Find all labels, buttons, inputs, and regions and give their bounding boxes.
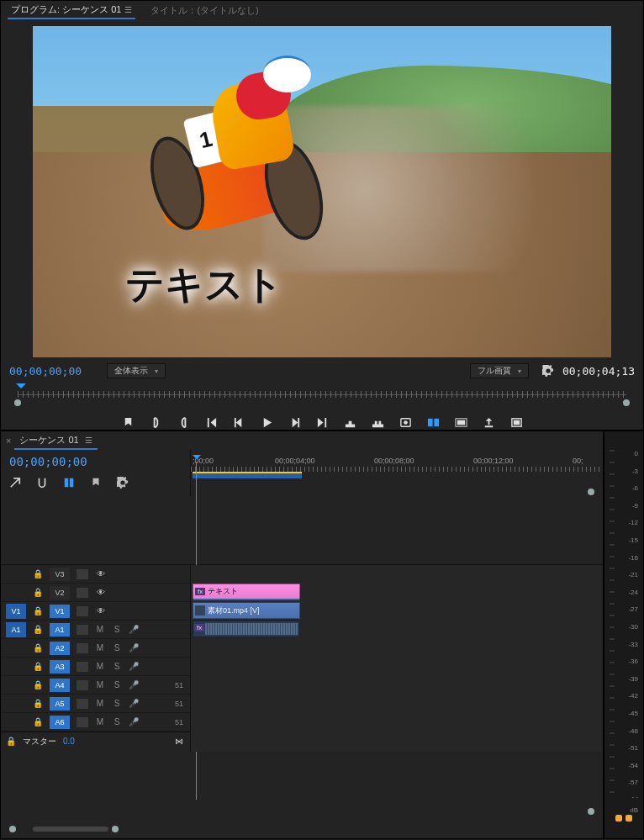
mute-button[interactable]: M xyxy=(95,717,105,726)
export-icon[interactable] xyxy=(483,416,495,431)
work-area-bar[interactable] xyxy=(193,472,302,478)
mute-button[interactable]: M xyxy=(95,662,105,671)
source-patch-v1[interactable]: V1 xyxy=(6,604,26,619)
track-header-a3[interactable]: 🔒 A3 MS🎤 xyxy=(1,658,190,676)
step-back-icon[interactable] xyxy=(233,416,245,431)
lift-icon[interactable] xyxy=(344,416,356,431)
voiceover-icon[interactable]: 🎤 xyxy=(129,717,139,726)
timeline-tab[interactable]: シーケンス 01 ☰ xyxy=(14,432,97,450)
track-header-a1[interactable]: A1 🔒 A1 M S 🎤 xyxy=(1,621,190,639)
track-header-a2[interactable]: 🔒 A2 MS🎤 xyxy=(1,639,190,658)
collapse-icon[interactable]: ⋈ xyxy=(175,737,190,746)
meter-solo-buttons[interactable] xyxy=(604,815,643,822)
track-target-v2[interactable]: V2 xyxy=(50,586,70,600)
lock-icon[interactable]: 🔒 xyxy=(33,680,43,689)
fullscreen-icon[interactable] xyxy=(510,416,523,431)
play-icon[interactable] xyxy=(261,416,273,431)
vertical-scroll-top[interactable] xyxy=(588,489,594,495)
mute-button[interactable]: M xyxy=(95,680,105,689)
eye-icon[interactable]: 👁 xyxy=(95,606,107,615)
clip-video[interactable]: 素材01.mp4 [V] xyxy=(193,602,300,619)
sync-lock-icon[interactable] xyxy=(77,588,88,598)
settings-wrench-icon[interactable] xyxy=(542,365,554,377)
timeline-playhead-icon[interactable] xyxy=(193,455,201,463)
resolution-select[interactable]: フル画質 xyxy=(470,363,529,378)
lock-icon[interactable]: 🔒 xyxy=(33,569,43,578)
lock-icon[interactable]: 🔒 xyxy=(33,625,43,634)
lock-icon[interactable]: 🔒 xyxy=(33,606,43,615)
program-timecode-current[interactable]: 00;00;00;00 xyxy=(9,365,82,378)
timeline-ruler-area[interactable]: ;00;00 00;00;04;00 00;00;08;00 00;00;12;… xyxy=(190,450,603,497)
scrub-handle-left[interactable] xyxy=(14,399,21,406)
track-target-a1[interactable]: A1 xyxy=(50,623,70,637)
solo-button[interactable]: S xyxy=(112,680,122,689)
master-track-header[interactable]: 🔒 マスター 0.0 ⋈ xyxy=(1,732,190,750)
mute-button[interactable]: M xyxy=(95,699,105,708)
track-target-a4[interactable]: A4 xyxy=(50,679,70,692)
clip-audio[interactable]: fx xyxy=(193,621,300,637)
track-header-v1[interactable]: V1 🔒 V1 👁 xyxy=(1,602,190,621)
track-target-v3[interactable]: V3 xyxy=(50,568,70,581)
eye-icon[interactable]: 👁 xyxy=(95,588,107,597)
lock-icon[interactable]: 🔒 xyxy=(33,643,43,652)
track-target-a3[interactable]: A3 xyxy=(50,660,70,674)
track-target-v1[interactable]: V1 xyxy=(50,605,70,618)
zoom-handle-left[interactable] xyxy=(9,826,16,832)
voiceover-icon[interactable]: 🎤 xyxy=(129,680,139,689)
mark-out-icon[interactable] xyxy=(177,416,190,431)
timeline-zoom-scroll[interactable] xyxy=(9,825,594,833)
scrub-handle-right[interactable] xyxy=(623,399,630,406)
vertical-scroll-bottom[interactable] xyxy=(588,808,594,815)
go-to-out-icon[interactable] xyxy=(316,416,329,431)
mark-in-icon[interactable] xyxy=(150,416,162,431)
timeline-settings-icon[interactable] xyxy=(117,477,129,490)
program-tab-title[interactable]: タイトル：(タイトルなし) xyxy=(150,4,258,17)
mute-button[interactable]: M xyxy=(95,643,105,652)
sync-lock-icon[interactable] xyxy=(77,569,88,579)
voiceover-icon[interactable]: 🎤 xyxy=(129,643,139,652)
track-header-a6[interactable]: 🔒 A6 MS🎤 51 xyxy=(1,713,190,732)
solo-button[interactable]: S xyxy=(112,662,122,671)
zoom-select[interactable]: 全体表示 xyxy=(107,363,166,378)
linked-selection-icon[interactable] xyxy=(63,477,75,490)
track-target-a2[interactable]: A2 xyxy=(50,642,70,655)
lock-icon[interactable]: 🔒 xyxy=(33,717,43,726)
sync-lock-icon[interactable] xyxy=(77,606,88,616)
track-target-a6[interactable]: A6 xyxy=(50,716,70,729)
lock-icon[interactable]: 🔒 xyxy=(33,662,43,671)
export-frame-icon[interactable] xyxy=(399,416,412,431)
extract-icon[interactable] xyxy=(372,416,384,431)
track-target-a5[interactable]: A5 xyxy=(50,697,70,711)
source-patch-a1[interactable]: A1 xyxy=(6,622,26,637)
track-header-a5[interactable]: 🔒 A5 MS🎤 51 xyxy=(1,695,190,713)
marker-tool-icon[interactable] xyxy=(90,477,102,490)
snap-icon[interactable] xyxy=(36,477,48,490)
panel-menu-icon[interactable]: ☰ xyxy=(85,436,92,445)
safe-margins-icon[interactable] xyxy=(455,416,467,431)
mute-button[interactable]: M xyxy=(95,625,105,634)
voiceover-icon[interactable]: 🎤 xyxy=(129,699,139,708)
voiceover-icon[interactable]: 🎤 xyxy=(129,625,139,634)
comparison-view-icon[interactable] xyxy=(427,416,440,431)
step-forward-icon[interactable] xyxy=(288,416,301,431)
program-canvas[interactable]: 1 テキスト xyxy=(33,26,611,357)
track-header-a4[interactable]: 🔒 A4 MS🎤 51 xyxy=(1,676,190,695)
tab-close-icon[interactable]: × xyxy=(6,436,11,446)
lock-icon[interactable]: 🔒 xyxy=(6,737,16,746)
solo-button[interactable]: S xyxy=(112,717,122,726)
zoom-handle-right[interactable] xyxy=(112,826,119,832)
eye-icon[interactable]: 👁 xyxy=(95,569,107,578)
track-content-area[interactable]: fxテキスト 素材01.mp4 [V] fx xyxy=(190,565,603,752)
go-to-in-icon[interactable] xyxy=(205,416,218,431)
lock-icon[interactable]: 🔒 xyxy=(33,699,43,708)
solo-button[interactable]: S xyxy=(112,699,122,708)
playhead-icon[interactable] xyxy=(16,383,26,394)
insert-mode-icon[interactable] xyxy=(9,477,21,490)
master-value[interactable]: 0.0 xyxy=(63,737,75,746)
timeline-timecode[interactable]: 00;00;00;00 xyxy=(9,455,190,468)
clip-text[interactable]: fxテキスト xyxy=(193,584,300,600)
track-header-v2[interactable]: 🔒 V2 👁 xyxy=(1,584,190,602)
panel-menu-icon[interactable]: ☰ xyxy=(124,5,132,14)
voiceover-icon[interactable]: 🎤 xyxy=(129,662,139,671)
lock-icon[interactable]: 🔒 xyxy=(33,588,43,597)
